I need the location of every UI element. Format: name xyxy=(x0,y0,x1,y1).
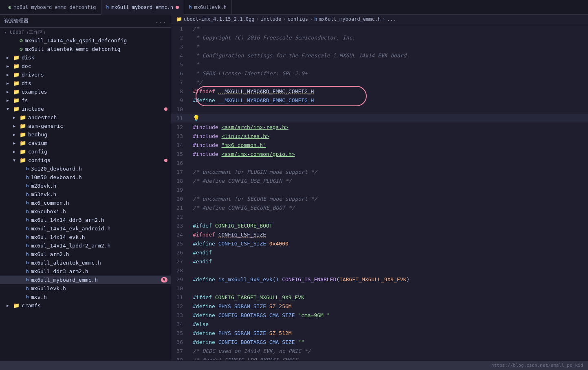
sidebar-item-mx6ul_14x14_evk.h[interactable]: h mx6ul_14x14_evk.h xyxy=(0,233,171,241)
line-number: 20 xyxy=(171,194,189,203)
sidebar-item-3c120_devboard.h[interactable]: h 3c120_devboard.h xyxy=(0,164,171,173)
h-file-icon: h xyxy=(26,243,29,248)
sidebar-item-mxs.h[interactable]: h mxs.h xyxy=(0,293,171,301)
line-code: * SPDX-License-Identifier: GPL-2.0+ xyxy=(189,69,588,78)
code-line-1: 1/* xyxy=(171,24,588,33)
line-number: 14 xyxy=(171,140,189,149)
sidebar-item-config[interactable]: ▶ 📁config xyxy=(0,147,171,156)
sidebar-item-bedbug[interactable]: ▶ 📁bedbug xyxy=(0,130,171,139)
h-file-icon: h xyxy=(26,200,29,206)
change-dot xyxy=(164,107,167,111)
folder-arrow: ▼ xyxy=(7,107,13,111)
line-number: 22 xyxy=(171,212,189,221)
sidebar-item-label: mx6ul_14x14_ddr3_arm2.h xyxy=(31,217,104,223)
tab-defconfig-label: mx6ul_myboard_emmc_defconfig xyxy=(13,4,96,10)
sidebar-item-drivers[interactable]: ▶ 📁drivers xyxy=(0,70,171,79)
sidebar-item-mx6ul_14x14_ddr3_arm2.h[interactable]: h mx6ul_14x14_ddr3_arm2.h xyxy=(0,216,171,224)
line-number: 21 xyxy=(171,203,189,212)
line-number: 13 xyxy=(171,131,189,140)
line-code: /* DCDC used on 14x14 EVK, no PMIC */ xyxy=(189,346,588,355)
sidebar-item-configs[interactable]: ▼ 📁configs xyxy=(0,156,171,164)
folder-arrow: ▶ xyxy=(7,72,13,77)
sidebar-item-mx6ull_14x14_evk_qspi1_defconfig[interactable]: ⚙ mx6ull_14x14_evk_qspi1_defconfig xyxy=(0,36,171,45)
sidebar-item-dts[interactable]: ▶ 📁dts xyxy=(0,79,171,88)
breadcrumb-part4: mx6ull_myboard_emmc.h xyxy=(319,16,381,22)
tab-levk-label: mx6ullevk.h xyxy=(194,4,227,10)
sidebar-item-10m50_devboard.h[interactable]: h 10m50_devboard.h xyxy=(0,173,171,182)
sidebar-item-mx6ul_arm2.h[interactable]: h mx6ul_arm2.h xyxy=(0,250,171,258)
line-number: 28 xyxy=(171,266,189,275)
sidebar-item-mx6ull_ddr3_arm2.h[interactable]: h mx6ull_ddr3_arm2.h xyxy=(0,267,171,276)
tab-levk-h[interactable]: h mx6ullevk.h xyxy=(184,0,232,15)
code-line-38: 38/* #undef CONFIG_LDO_BYPASS_CHECK xyxy=(171,355,588,360)
folder-arrow: ▶ xyxy=(7,98,13,103)
sidebar-item-label: cramfs xyxy=(22,302,41,309)
sidebar-item-label: dts xyxy=(22,80,31,86)
tab-emmc-h[interactable]: h mx6ull_myboard_emmc.h xyxy=(101,0,184,15)
sidebar-item-mx6ul_14x14_lpddr2_arm2.h[interactable]: h mx6ul_14x14_lpddr2_arm2.h xyxy=(0,241,171,250)
sidebar-item-mx6ull_alientek_emmc.h[interactable]: h mx6ull_alientek_emmc.h xyxy=(0,258,171,267)
line-code: * Configuration settings for the Freesca… xyxy=(189,51,588,60)
sidebar-item-mx6cuboxi.h[interactable]: h mx6cuboxi.h xyxy=(0,207,171,216)
sidebar-item-m28evk.h[interactable]: h m28evk.h xyxy=(0,182,171,190)
line-number: 26 xyxy=(171,248,189,257)
folder-icon: 📁 xyxy=(20,131,26,138)
folder-icon: 📁 xyxy=(20,149,26,155)
line-number: 8 xyxy=(171,87,189,96)
sidebar-item-examples[interactable]: ▶ 📁examples xyxy=(0,88,171,96)
line-number: 4 xyxy=(171,51,189,60)
h-file-icon: h xyxy=(26,260,29,265)
line-code: #define PHYS_SDRAM_SIZE SZ_256M xyxy=(189,302,588,311)
sidebar-item-mx6ull_alientek_emmc_defconfig[interactable]: ⚙ mx6ull_alientek_emmc_defconfig xyxy=(0,45,171,53)
sidebar-item-include[interactable]: ▼ 📁include xyxy=(0,105,171,113)
line-number: 16 xyxy=(171,158,189,167)
line-code: #include <asm/arch/imx-regs.h> xyxy=(189,123,588,131)
line-code: #define CONFIG_CSF_SIZE 0x4000 xyxy=(189,239,588,248)
line-number: 27 xyxy=(171,257,189,266)
code-line-8: 8#ifndef __MX6ULL_MYBOARD_EMMC_CONFIG_H xyxy=(171,87,588,96)
folder-icon: 📁 xyxy=(20,157,26,163)
sidebar-item-fs[interactable]: ▶ 📁fs xyxy=(0,96,171,105)
line-number: 19 xyxy=(171,185,189,194)
line-code: #endif xyxy=(189,257,588,266)
sidebar-item-label: mx6ull_myboard_emmc.h xyxy=(31,277,98,283)
sidebar-item-cramfs[interactable]: ▶ 📁cramfs xyxy=(0,301,171,310)
code-line-24: 24#ifndef CONFIG_CSF_SIZE xyxy=(171,230,588,239)
sidebar-item-asm-generic[interactable]: ▶ 📁asm-generic xyxy=(0,122,171,130)
code-line-18: 18/* #define CONFIG_USE_PLUGIN */ xyxy=(171,176,588,185)
main-layout: 资源管理器 ... ▾ UBOOT（工作区） ⚙ mx6ull_14x14_ev… xyxy=(0,15,588,360)
sidebar-item-mx6_common.h[interactable]: h mx6_common.h xyxy=(0,199,171,207)
code-line-5: 5 * xyxy=(171,60,588,69)
sidebar-item-mx6ul_14x14_evk_android.h[interactable]: h mx6ul_14x14_evk_android.h xyxy=(0,224,171,233)
tab-defconfig[interactable]: ⚙ mx6ul_myboard_emmc_defconfig xyxy=(3,0,101,15)
sidebar-title: 资源管理器 xyxy=(4,18,29,24)
sidebar-item-doc[interactable]: ▶ 📁doc xyxy=(0,62,171,70)
editor-area: 📁 uboot-imx_4.1.15_2.1.0gg › include › c… xyxy=(171,15,588,360)
code-line-28: 28 xyxy=(171,266,588,275)
folder-arrow: ▶ xyxy=(13,132,20,137)
sidebar-item-andestech[interactable]: ▶ 📁andestech xyxy=(0,113,171,122)
breadcrumb-part1: uboot-imx_4.1.15_2.1.0gg xyxy=(184,16,254,22)
h-file-icon: h xyxy=(26,294,29,300)
sidebar-item-label: mx6ul_arm2.h xyxy=(31,251,69,257)
sidebar-item-cavium[interactable]: ▶ 📁cavium xyxy=(0,139,171,147)
line-number: 5 xyxy=(171,60,189,69)
breadcrumb-h-icon: h xyxy=(314,16,317,22)
line-number: 33 xyxy=(171,311,189,320)
sidebar-more-button[interactable]: ... xyxy=(155,17,167,25)
sidebar-item-mx6ull_myboard_emmc.h[interactable]: h mx6ull_myboard_emmc.h5 xyxy=(0,276,171,284)
editor-content[interactable]: 1/*2 * Copyright (C) 2016 Freescale Semi… xyxy=(171,24,588,360)
sidebar-item-m53evk.h[interactable]: h m53evk.h xyxy=(0,190,171,199)
h-file-icon-tab2: h xyxy=(189,4,192,10)
line-number: 17 xyxy=(171,167,189,176)
folder-icon: 📁 xyxy=(13,302,20,309)
line-number: 30 xyxy=(171,284,189,293)
sidebar-item-label: config xyxy=(28,149,47,155)
sidebar-item-mx6ullevk.h[interactable]: h mx6ullevk.h xyxy=(0,284,171,293)
sidebar-item-disk[interactable]: ▶ 📁disk xyxy=(0,53,171,62)
h-file-icon: h xyxy=(26,269,29,274)
code-line-37: 37/* DCDC used on 14x14 EVK, no PMIC */ xyxy=(171,346,588,355)
sidebar-item-label: andestech xyxy=(28,114,57,120)
code-line-36: 36#define CONFIG_BOOTARGS_CMA_SIZE "" xyxy=(171,337,588,346)
code-line-21: 21/* #define CONFIG_SECURE_BOOT */ xyxy=(171,203,588,212)
